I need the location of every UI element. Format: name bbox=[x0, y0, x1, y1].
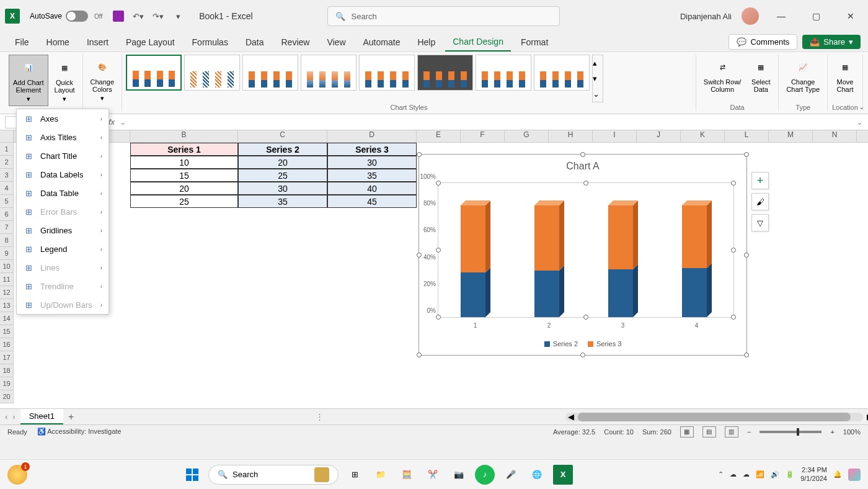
horizontal-scrollbar[interactable]: ◀▶ bbox=[565, 413, 863, 421]
chart-styles-button[interactable]: 🖌 bbox=[751, 193, 769, 210]
tab-format[interactable]: Format bbox=[513, 34, 556, 51]
zoom-out-button[interactable]: − bbox=[747, 428, 751, 436]
dd-gridlines[interactable]: ⊞Gridlines› bbox=[17, 221, 108, 240]
copilot-icon[interactable] bbox=[848, 469, 861, 481]
row-header[interactable]: 1 bbox=[0, 143, 14, 156]
chart-style-4[interactable] bbox=[301, 55, 356, 91]
notifications-icon[interactable]: 🔔 bbox=[833, 470, 842, 478]
row-header[interactable]: 14 bbox=[0, 312, 14, 325]
chart-plot-area[interactable]: 0% 20% 40% 60% 80% 100% 1 2 bbox=[438, 182, 734, 318]
chart-style-8[interactable] bbox=[534, 55, 590, 91]
cell[interactable]: 35 bbox=[238, 195, 327, 208]
normal-view-button[interactable]: ▦ bbox=[680, 426, 694, 437]
quick-layout-button[interactable]: ▦ Quick Layout ▾ bbox=[51, 55, 79, 106]
row-header[interactable]: 18 bbox=[0, 364, 14, 377]
change-colors-button[interactable]: 🎨 Change Colors ▾ bbox=[87, 55, 118, 105]
tab-review[interactable]: Review bbox=[274, 34, 317, 51]
chart-bar[interactable]: 3 bbox=[608, 183, 638, 317]
chart-elements-button[interactable]: + bbox=[751, 172, 769, 189]
tab-formulas[interactable]: Formulas bbox=[185, 34, 236, 51]
move-chart-button[interactable]: ▦ Move Chart bbox=[831, 55, 859, 96]
dd-legend[interactable]: ⊞Legend› bbox=[17, 240, 108, 258]
zoom-level[interactable]: 100% bbox=[843, 428, 861, 436]
cloud-icon[interactable]: ☁ bbox=[730, 470, 737, 478]
task-view-button[interactable]: ⊞ bbox=[345, 465, 365, 485]
chart-style-1[interactable] bbox=[126, 55, 182, 91]
sheet-menu-button[interactable]: ⋮ bbox=[316, 412, 324, 421]
onedrive-icon[interactable]: ☁ bbox=[743, 470, 750, 478]
row-header[interactable]: 2 bbox=[0, 156, 14, 169]
dd-axes[interactable]: ⊞Axes› bbox=[17, 109, 108, 128]
row-header[interactable]: 10 bbox=[0, 260, 14, 273]
cell[interactable]: Series 3 bbox=[327, 143, 417, 156]
chart-title[interactable]: Chart A bbox=[419, 155, 746, 178]
sheet-tab[interactable]: Sheet1 bbox=[20, 409, 63, 424]
sheet-nav-next[interactable]: › bbox=[12, 412, 15, 421]
row-header[interactable]: 16 bbox=[0, 338, 14, 351]
taskbar-search[interactable]: 🔍Search bbox=[208, 465, 339, 485]
cell[interactable]: 20 bbox=[130, 182, 238, 195]
col-header[interactable]: G bbox=[505, 130, 549, 142]
start-button[interactable] bbox=[182, 465, 202, 485]
minimize-button[interactable]: — bbox=[769, 4, 794, 29]
fx-icon[interactable]: fx bbox=[108, 117, 115, 127]
chart-legend[interactable]: Series 2 Series 3 bbox=[419, 340, 746, 348]
chart-style-2[interactable] bbox=[184, 55, 240, 91]
close-button[interactable]: ✕ bbox=[838, 4, 863, 29]
chart-bar[interactable]: 1 bbox=[461, 183, 490, 317]
formula-expand-button[interactable]: ⌄ bbox=[856, 117, 863, 127]
chart-style-7[interactable] bbox=[476, 55, 531, 91]
tab-chart-design[interactable]: Chart Design bbox=[445, 33, 511, 52]
select-all-corner[interactable] bbox=[0, 130, 14, 142]
tab-insert[interactable]: Insert bbox=[79, 34, 116, 51]
col-header[interactable]: J bbox=[637, 130, 681, 142]
cell[interactable]: 15 bbox=[130, 169, 238, 182]
row-header[interactable]: 3 bbox=[0, 169, 14, 182]
cell[interactable]: Series 1 bbox=[130, 143, 238, 156]
maximize-button[interactable]: ▢ bbox=[804, 4, 828, 29]
chart-style-3[interactable] bbox=[242, 55, 298, 91]
col-header[interactable]: D bbox=[327, 130, 417, 142]
col-header[interactable]: B bbox=[130, 130, 238, 142]
chart-object[interactable]: Chart A 0% 20% 40% 60% 80% 100% bbox=[418, 154, 747, 356]
row-header[interactable]: 19 bbox=[0, 377, 14, 390]
autosave-toggle[interactable]: AutoSave Off bbox=[30, 11, 102, 22]
row-header[interactable]: 15 bbox=[0, 325, 14, 338]
page-layout-view-button[interactable]: ▤ bbox=[702, 426, 716, 437]
cell[interactable]: 40 bbox=[327, 182, 417, 195]
add-chart-element-button[interactable]: 📊 Add Chart Element ▾ bbox=[9, 55, 48, 106]
select-data-button[interactable]: ▦ Select Data bbox=[747, 55, 774, 96]
col-header[interactable]: K bbox=[681, 130, 725, 142]
row-header[interactable]: 20 bbox=[0, 390, 14, 403]
row-header[interactable]: 17 bbox=[0, 351, 14, 364]
col-header[interactable]: F bbox=[461, 130, 505, 142]
chart-style-6[interactable] bbox=[417, 55, 473, 91]
col-header[interactable]: C bbox=[238, 130, 327, 142]
col-header[interactable]: N bbox=[813, 130, 857, 142]
row-header[interactable]: 5 bbox=[0, 195, 14, 208]
chart-bar[interactable]: 2 bbox=[534, 183, 564, 317]
cell[interactable]: 25 bbox=[238, 169, 327, 182]
dd-axis-titles[interactable]: ⊞Axis Titles› bbox=[17, 128, 108, 146]
cells-area[interactable]: Series 1 Series 2 Series 3 10 20 30 15 2… bbox=[14, 143, 868, 403]
row-header[interactable]: 13 bbox=[0, 299, 14, 312]
qat-customize-button[interactable]: ▾ bbox=[172, 10, 184, 22]
taskbar-app-icon[interactable] bbox=[7, 465, 27, 485]
chart-bar[interactable]: 4 bbox=[682, 183, 712, 317]
switch-row-column-button[interactable]: ⇄ Switch Row/ Column bbox=[700, 55, 745, 96]
microphone-icon[interactable]: 🎤 bbox=[501, 465, 521, 485]
tab-automate[interactable]: Automate bbox=[356, 34, 408, 51]
chart-style-5[interactable] bbox=[359, 55, 415, 91]
calculator-icon[interactable]: 🧮 bbox=[397, 465, 417, 485]
tab-home[interactable]: Home bbox=[39, 34, 77, 51]
cell[interactable]: 30 bbox=[327, 156, 417, 169]
tab-view[interactable]: View bbox=[319, 34, 353, 51]
sheet-nav-prev[interactable]: ‹ bbox=[5, 412, 7, 421]
col-header[interactable]: H bbox=[549, 130, 593, 142]
row-header[interactable]: 11 bbox=[0, 273, 14, 286]
user-avatar[interactable] bbox=[742, 7, 759, 25]
tab-file[interactable]: File bbox=[7, 34, 37, 51]
undo-button[interactable]: ↶▾ bbox=[132, 10, 144, 22]
spreadsheet-grid[interactable]: A B C D E F G H I J K L M N 1 2 3 4 5 6 … bbox=[0, 130, 868, 408]
add-sheet-button[interactable]: + bbox=[68, 411, 74, 423]
